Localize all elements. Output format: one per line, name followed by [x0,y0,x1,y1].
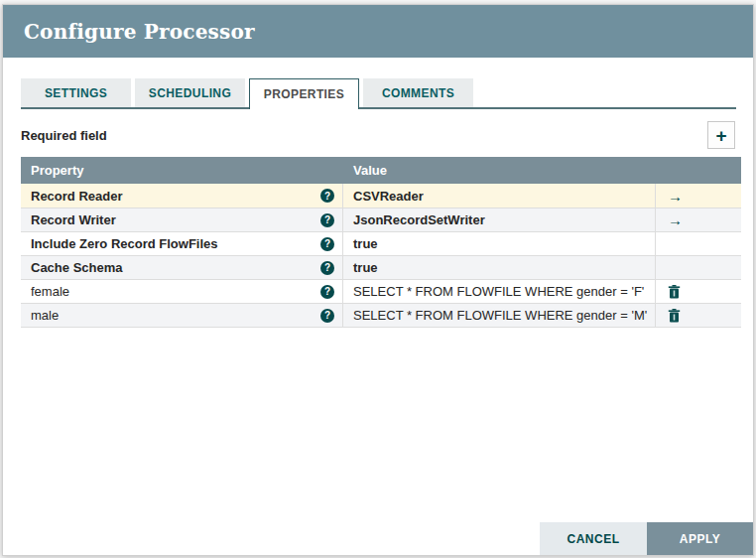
help-icon[interactable]: ? [320,261,334,275]
table-header-row: Property Value [21,157,741,184]
property-value[interactable]: SELECT * FROM FLOWFILE WHERE gender = 'M… [353,308,647,323]
tab-comments[interactable]: COMMENTS [363,78,473,107]
help-icon[interactable]: ? [320,189,334,203]
required-field-label: Required field [21,128,107,143]
dialog-footer: CANCEL APPLY [540,522,753,555]
property-value[interactable]: JsonRecordSetWriter [353,212,485,227]
property-name: Record Reader [31,189,122,204]
table-row[interactable]: Include Zero Record FlowFiles ? true [21,231,741,255]
add-property-button[interactable]: + [707,121,735,149]
column-header-value: Value [343,157,656,184]
table-row[interactable]: Record Writer ? JsonRecordSetWriter → [21,208,741,231]
tab-scheduling[interactable]: SCHEDULING [135,78,245,107]
tab-underline [21,107,736,109]
property-name: Include Zero Record FlowFiles [31,236,218,251]
property-value[interactable]: true [353,260,378,275]
apply-button[interactable]: APPLY [647,522,753,555]
tab-settings[interactable]: SETTINGS [21,78,131,107]
plus-icon: + [715,126,726,145]
go-to-service-arrow-icon[interactable]: → [668,189,683,204]
go-to-service-arrow-icon[interactable]: → [668,212,683,227]
column-header-property: Property [21,157,343,184]
property-name: female [31,284,69,299]
property-value[interactable]: true [353,236,378,251]
property-name: Record Writer [31,212,116,227]
properties-table: Property Value Record Reader ? CSVReader… [21,157,741,328]
dialog-title: Configure Processor [24,20,255,44]
delete-icon[interactable] [668,285,681,299]
property-value[interactable]: CSVReader [353,189,424,204]
configure-processor-dialog: Configure Processor SETTINGS SCHEDULING … [2,4,754,556]
property-name: male [31,308,59,323]
tab-properties[interactable]: PROPERTIES [249,78,359,109]
table-row[interactable]: male ? SELECT * FROM FLOWFILE WHERE gend… [21,303,741,327]
help-icon[interactable]: ? [320,237,334,251]
column-header-actions [656,157,741,184]
dialog-header: Configure Processor [3,5,753,58]
property-name: Cache Schema [31,260,123,275]
delete-icon[interactable] [668,309,681,323]
table-row[interactable]: Cache Schema ? true [21,255,741,279]
help-icon[interactable]: ? [320,213,334,227]
properties-toolbar: Required field + [21,121,735,149]
tab-bar: SETTINGS SCHEDULING PROPERTIES COMMENTS [21,78,735,109]
help-icon[interactable]: ? [320,285,334,299]
cancel-button[interactable]: CANCEL [540,522,647,555]
table-row[interactable]: female ? SELECT * FROM FLOWFILE WHERE ge… [21,279,741,303]
help-icon[interactable]: ? [320,309,334,323]
table-row[interactable]: Record Reader ? CSVReader → [21,184,741,208]
property-value[interactable]: SELECT * FROM FLOWFILE WHERE gender = 'F… [353,284,644,299]
